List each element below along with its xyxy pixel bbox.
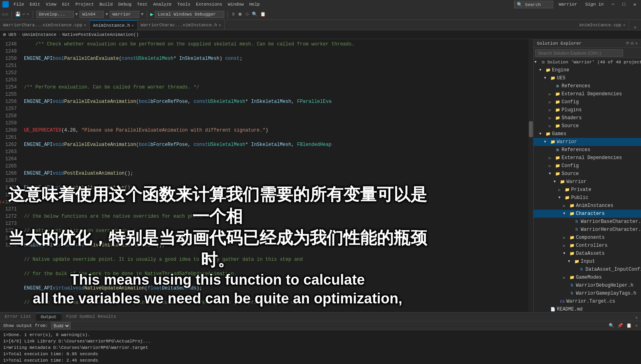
- tree-characters[interactable]: ▼ 📁 Characters: [534, 210, 641, 218]
- tab-animinstance-cpp-right[interactable]: AnimInstance.cpp ✕: [576, 20, 629, 30]
- code-editor[interactable]: 1248 1249 1250 1251 1252 1253 1254 1255 …: [0, 39, 528, 312]
- close-button[interactable]: ✕: [631, 1, 639, 8]
- output-search[interactable]: 🔍: [609, 323, 614, 328]
- search-box[interactable]: 🔍 Search: [514, 1, 553, 8]
- tree-warrior-refs[interactable]: ⊞ References: [534, 146, 641, 154]
- toolbar-forward[interactable]: ▷: [6, 12, 9, 17]
- editor-scrollbar[interactable]: [528, 39, 533, 312]
- btab-findsymbol[interactable]: Find Symbol Results: [61, 313, 121, 321]
- debugger-dropdown[interactable]: Local Windows Debugger: [155, 11, 224, 18]
- menu-window[interactable]: Window: [226, 1, 246, 8]
- tree-engine-shaders[interactable]: ▷ 📁 Shaders: [534, 114, 641, 122]
- tree-solution[interactable]: ▼ ⊟ Solution 'Warrior' (49 of 49 project…: [534, 58, 641, 66]
- run-button[interactable]: ▶: [150, 11, 154, 18]
- bc-ue5[interactable]: ⊞ UE5: [3, 32, 16, 37]
- menu-git[interactable]: Git: [59, 1, 72, 8]
- toolbar-back[interactable]: ◁: [2, 12, 4, 17]
- tree-engine-refs[interactable]: ⊞ References: [534, 82, 641, 90]
- toolbar-redo[interactable]: ↪: [27, 12, 30, 17]
- scrollbar-thumb[interactable]: [529, 121, 533, 137]
- arrow-warrior-config: ▷: [549, 164, 554, 168]
- input-label: Input: [581, 259, 595, 264]
- tab-animinstance-h[interactable]: AnimInstance.h ✕: [90, 20, 137, 30]
- tree-debug-helper[interactable]: h WarriorDebugHelper.h: [534, 281, 641, 289]
- line-numbers: 1248 1249 1250 1251 1252 1253 1254 1255 …: [0, 39, 21, 312]
- minimize-button[interactable]: ─: [609, 1, 617, 8]
- btab-output[interactable]: Output: [36, 313, 61, 321]
- tree-warrior-extdeps[interactable]: ▷ 📁 External Dependencies: [534, 154, 641, 162]
- tree-warrior-hero-char[interactable]: h WarriorHeroCharacter.h: [534, 226, 641, 234]
- tree-private[interactable]: ▷ 📁 Private: [534, 186, 641, 194]
- menu-help[interactable]: Help: [247, 1, 262, 8]
- tree-public[interactable]: ▼ 📁 Public: [534, 194, 641, 202]
- toolbar-undo[interactable]: ↩: [22, 12, 25, 17]
- tab-warrior-cpp[interactable]: WarriorChara...nimInstance.cpp ✕: [0, 20, 90, 30]
- menu-view[interactable]: View: [44, 1, 59, 8]
- menu-file[interactable]: File: [11, 1, 26, 8]
- maximize-button[interactable]: □: [620, 1, 628, 8]
- arrow-solution: ▼: [534, 60, 539, 64]
- btab-errorlist[interactable]: Error List: [0, 313, 36, 321]
- se-search-input[interactable]: [535, 49, 623, 57]
- arrow-engine-source: ▷: [549, 124, 554, 128]
- menu-test[interactable]: Test: [135, 1, 150, 8]
- arrow-input: ▼: [568, 260, 573, 264]
- menu-tools[interactable]: Tools: [175, 1, 193, 8]
- tree-warrior-target[interactable]: cs Warrior.Target.cs: [534, 297, 641, 305]
- tree-engine-extdeps[interactable]: ▷ 📁 External Dependencies: [534, 90, 641, 98]
- platform-dropdown[interactable]: Win64: [79, 11, 104, 18]
- tree-warrior[interactable]: ▼ 📁 Warrior: [534, 138, 641, 146]
- tree-warrior-src-warrior[interactable]: ▼ 📁 Warrior: [534, 178, 641, 186]
- output-pin[interactable]: 📌: [617, 323, 623, 328]
- se-close-btn[interactable]: ✕: [635, 41, 638, 46]
- tree-warrior-config[interactable]: ▷ 📁 Config: [534, 162, 641, 170]
- arrow-public: ▼: [558, 196, 563, 200]
- bottom-panel: Error List Output Find Symbol Results ✕ …: [0, 312, 641, 364]
- tree-components[interactable]: ▷ 📁 Components: [534, 234, 641, 242]
- project-dropdown[interactable]: Warrior: [110, 11, 139, 18]
- menu-build[interactable]: Build: [97, 1, 115, 8]
- tree-ue5[interactable]: ▼ 📁 UE5: [534, 74, 641, 82]
- tab-close-3[interactable]: ✕: [219, 23, 221, 28]
- tree-gamemodes[interactable]: ▷ 📁 GameModes: [534, 273, 641, 281]
- tree-engine-plugins[interactable]: ▷ 📁 Plugins: [534, 106, 641, 114]
- tree-warrior-base-char[interactable]: h WarriorBaseCharacter.h: [534, 218, 641, 226]
- menu-analyze[interactable]: Analyze: [151, 1, 174, 8]
- tab-close-2[interactable]: ✕: [132, 23, 134, 28]
- toolbar-save[interactable]: 💾: [15, 12, 21, 17]
- tree-warrior-source[interactable]: ▼ 📁 Source: [534, 170, 641, 178]
- tree-dataasset-inputconfig[interactable]: h DataAsset_InputConfig.h: [534, 266, 641, 273]
- output-copy[interactable]: 📋: [626, 323, 632, 328]
- output-source-select[interactable]: Build: [51, 322, 71, 329]
- animinstances-icon: 📁: [569, 203, 575, 209]
- tree-dataassets[interactable]: ▼ 📁 DataAssets: [534, 250, 641, 258]
- tree-readme[interactable]: 📄 README.md: [534, 305, 641, 312]
- arrow-gamemodes: ▷: [563, 275, 568, 280]
- close-all-tabs[interactable]: ✕: [629, 25, 641, 30]
- code-content[interactable]: /** Check whether evaluation can be perf…: [21, 39, 528, 312]
- bc-uaniminstance[interactable]: UAnimInstance: [22, 32, 57, 37]
- se-sync-btn[interactable]: ⟳: [626, 41, 629, 46]
- tree-controllers[interactable]: ▷ 📁 Controllers: [534, 242, 641, 250]
- bc-function[interactable]: NativePostEvaluateAnimation(): [62, 32, 138, 37]
- menu-debug[interactable]: Debug: [116, 1, 134, 8]
- menu-project[interactable]: Project: [73, 1, 96, 8]
- sign-in[interactable]: Sign in: [583, 1, 606, 8]
- tab-warrior-h[interactable]: WarriorCharac...nimInstance.h ✕: [138, 20, 225, 30]
- menu-edit[interactable]: Edit: [27, 1, 42, 8]
- tree-gameplay-tags[interactable]: h WarriorGameplayTags.h: [534, 289, 641, 297]
- se-tree[interactable]: ▼ ⊟ Solution 'Warrior' (49 of 49 project…: [534, 58, 641, 312]
- config-dropdown[interactable]: Develop...: [36, 11, 74, 18]
- tab-close-1[interactable]: ✕: [84, 23, 86, 28]
- tree-animinstances[interactable]: ▷ 📁 AnimInstances: [534, 202, 641, 210]
- bottom-panel-close[interactable]: ✕: [632, 314, 641, 321]
- tree-engine-config[interactable]: ▷ 📁 Config: [534, 98, 641, 106]
- tab-close-right[interactable]: ✕: [623, 23, 625, 28]
- tree-games[interactable]: ▼ 📁 Games: [534, 130, 641, 138]
- output-clear[interactable]: ✕: [635, 323, 638, 328]
- tree-engine[interactable]: ▼ 📁 Engine: [534, 66, 641, 74]
- tree-input-folder[interactable]: ▼ 📁 Input: [534, 258, 641, 266]
- se-filter-btn[interactable]: ⊟: [631, 41, 634, 46]
- menu-extensions[interactable]: Extensions: [194, 1, 225, 8]
- tree-engine-source[interactable]: ▷ 📁 Source: [534, 122, 641, 130]
